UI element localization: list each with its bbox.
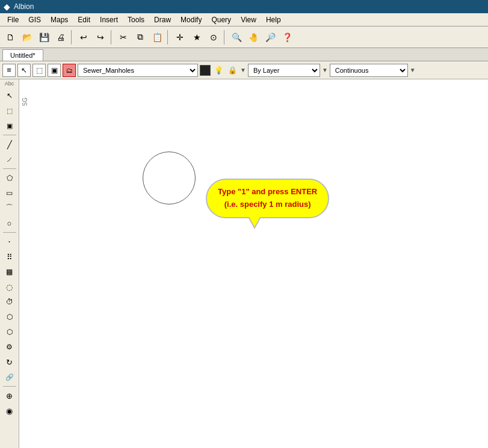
side-label: SG xyxy=(22,97,28,106)
layers-icon-button[interactable]: 🗂 xyxy=(63,64,76,77)
select-tool[interactable]: ↖ xyxy=(2,88,17,103)
menu-gis[interactable]: GIS xyxy=(23,14,46,25)
linestyle-dropdown-arrow[interactable]: ▼ xyxy=(410,67,416,73)
menu-draw[interactable]: Draw xyxy=(149,14,176,25)
open-button[interactable]: 📂 xyxy=(19,29,35,45)
linestyle-selector[interactable]: Continuous xyxy=(330,64,408,77)
poly-select-tool[interactable]: ▣ xyxy=(2,118,17,133)
extra2-tool[interactable]: ◉ xyxy=(2,404,17,418)
line-tool[interactable]: ╱ xyxy=(2,137,17,152)
poly-select-button[interactable]: ▣ xyxy=(48,64,61,77)
color-swatch[interactable] xyxy=(200,65,211,76)
extra1-tool[interactable]: ⊕ xyxy=(2,388,17,403)
menubar: File GIS Maps Edit Insert Tools Draw Mod… xyxy=(0,13,488,26)
dotcircle-tool[interactable]: ◌ xyxy=(2,280,17,294)
canvas[interactable]: SG Type "1" and press ENTER(i.e. specify… xyxy=(19,79,488,448)
layer-toolbar: ≡ ↖ ⬚ ▣ 🗂 Sewer_Manholes 💡 🔒 ▼ By Layer … xyxy=(0,61,488,79)
lock-icon[interactable]: 🔒 xyxy=(226,64,238,76)
save-button[interactable]: 💾 xyxy=(36,29,52,45)
polygon-tool[interactable]: ⬠ xyxy=(2,171,17,185)
menu-modify[interactable]: Modify xyxy=(176,14,206,25)
callout-text: Type "1" and press ENTER(i.e. specify 1 … xyxy=(218,187,317,209)
box-select-tool[interactable]: ⬚ xyxy=(2,103,17,118)
copy-button[interactable]: ⧉ xyxy=(132,29,148,45)
help-button[interactable]: ❓ xyxy=(279,29,295,45)
box-select-button[interactable]: ⬚ xyxy=(32,64,46,77)
menu-file[interactable]: File xyxy=(2,14,23,25)
sep2 xyxy=(3,168,16,169)
menu-help[interactable]: Help xyxy=(261,14,286,25)
main-area: Abc ↖ ⬚ ▣ ╱ ⟋ ⬠ ▭ ⌒ ○ · ⠿ ▩ ◌ ⏱ ⬡ ⬡ ⚙ ↻ … xyxy=(0,79,488,448)
titlebar: ◆ Albion xyxy=(0,0,488,13)
left-toolpanel: Abc ↖ ⬚ ▣ ╱ ⟋ ⬠ ▭ ⌒ ○ · ⠿ ▩ ◌ ⏱ ⬡ ⬡ ⚙ ↻ … xyxy=(0,79,19,448)
dots-tool[interactable]: ⠿ xyxy=(2,250,17,264)
linetype-selector[interactable]: By Layer xyxy=(248,64,320,77)
sep4 xyxy=(224,30,226,44)
menu-view[interactable]: View xyxy=(236,14,261,25)
menu-insert[interactable]: Insert xyxy=(95,14,123,25)
sep1 xyxy=(3,135,16,135)
panel-label-abc: Abc xyxy=(5,81,14,87)
layer-selector[interactable]: Sewer_Manholes xyxy=(78,64,198,77)
layer-panel-button[interactable]: ≡ xyxy=(2,64,16,77)
menu-edit[interactable]: Edit xyxy=(73,14,95,25)
visibility-icon[interactable]: 💡 xyxy=(212,64,224,76)
tabbar: Untitled* xyxy=(0,48,488,61)
rect-tool[interactable]: ▭ xyxy=(2,186,17,200)
callout-bubble: Type "1" and press ENTER(i.e. specify 1 … xyxy=(206,179,329,218)
hex-tool[interactable]: ⬡ xyxy=(2,310,17,324)
tab-untitled[interactable]: Untitled* xyxy=(2,49,43,61)
link-tool[interactable]: 🔗 xyxy=(2,370,17,384)
sep4 xyxy=(3,386,16,387)
undo-button[interactable]: ↩ xyxy=(76,29,91,45)
print-button[interactable]: 🖨 xyxy=(53,29,69,45)
layer-dropdown-arrow[interactable]: ▼ xyxy=(240,67,246,73)
main-toolbar: 🗋 📂 💾 🖨 ↩ ↪ ✂ ⧉ 📋 ✛ ★ ⊙ 🔍 🤚 🔎 ❓ xyxy=(0,26,488,48)
sep1 xyxy=(71,30,73,44)
star-button[interactable]: ★ xyxy=(189,29,205,45)
callout-tail xyxy=(249,217,260,227)
arc-button[interactable]: ⊙ xyxy=(206,29,221,45)
image-tool[interactable]: ▩ xyxy=(2,265,17,279)
app-title: Albion xyxy=(14,2,34,11)
sep3 xyxy=(167,30,170,44)
new-button[interactable]: 🗋 xyxy=(2,29,18,45)
linetype-dropdown-arrow[interactable]: ▼ xyxy=(322,67,328,73)
clock-tool[interactable]: ⏱ xyxy=(2,295,17,309)
polyline-tool[interactable]: ⟋ xyxy=(2,152,17,167)
menu-maps[interactable]: Maps xyxy=(46,14,73,25)
zoom-button[interactable]: 🔍 xyxy=(229,29,244,45)
sep3 xyxy=(3,232,16,233)
sep2 xyxy=(111,30,113,44)
redo-button[interactable]: ↪ xyxy=(93,29,108,45)
app-icon: ◆ xyxy=(4,2,10,11)
menu-query[interactable]: Query xyxy=(206,14,236,25)
loop-tool[interactable]: ↻ xyxy=(2,355,17,369)
drawn-circle xyxy=(143,152,196,204)
cut-button[interactable]: ✂ xyxy=(116,29,131,45)
zoom2-button[interactable]: 🔎 xyxy=(262,29,278,45)
arc-tool[interactable]: ⌒ xyxy=(2,201,17,215)
paste-button[interactable]: 📋 xyxy=(149,29,165,45)
gear-tool[interactable]: ⚙ xyxy=(2,340,17,354)
select-tool-button[interactable]: ↖ xyxy=(17,64,31,77)
menu-tools[interactable]: Tools xyxy=(123,14,149,25)
crosshair-button[interactable]: ✛ xyxy=(172,29,188,45)
point-tool[interactable]: · xyxy=(2,235,17,249)
pan-button[interactable]: 🤚 xyxy=(246,29,261,45)
circle-tool[interactable]: ○ xyxy=(2,216,17,230)
hex2-tool[interactable]: ⬡ xyxy=(2,325,17,339)
